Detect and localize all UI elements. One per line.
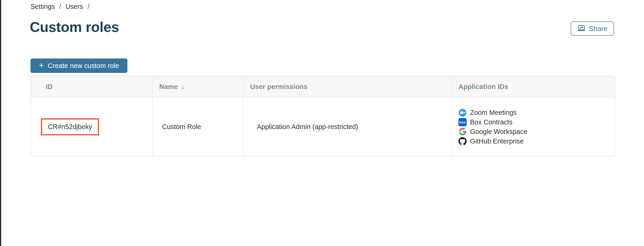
table-header-row: ID Name ↓ User permissions Application I… <box>31 76 615 98</box>
role-name-cell: Custom Role <box>153 98 244 156</box>
breadcrumb: Settings / Users / <box>30 3 90 11</box>
share-button[interactable]: Share <box>571 22 614 36</box>
breadcrumb-settings-link[interactable]: Settings <box>30 3 55 11</box>
window-left-edge-strip <box>0 0 1 246</box>
annotation-highlight-box: CR#n52djbeky <box>41 118 99 135</box>
box-logo-text: box <box>458 118 466 126</box>
plus-icon: + <box>39 61 44 70</box>
application-item-google: Google Workspace <box>458 128 527 136</box>
role-id-cell: CR#n52djbeky <box>31 98 153 156</box>
breadcrumb-users-link[interactable]: Users <box>66 3 83 11</box>
sort-descending-icon: ↓ <box>181 83 184 91</box>
google-logo-icon <box>458 128 466 136</box>
column-header-label: Application IDs <box>458 83 508 91</box>
create-button-label: Create new custom role <box>48 62 119 70</box>
role-applications-cell: Zoom Meetings box Box Contracts <box>452 98 615 156</box>
role-name-value: Custom Role <box>162 123 201 131</box>
application-item-zoom: Zoom Meetings <box>458 108 527 117</box>
application-label: Google Workspace <box>470 128 527 136</box>
page-title: Custom roles <box>30 20 119 34</box>
column-header-label: ID <box>46 83 52 91</box>
breadcrumb-separator: / <box>59 3 61 11</box>
breadcrumb-separator: / <box>88 3 90 11</box>
role-permissions-value: Application Admin (app-restricted) <box>257 123 358 131</box>
column-header-label: User permissions <box>250 83 308 91</box>
share-screen-icon <box>577 25 586 32</box>
application-item-box: box Box Contracts <box>458 118 527 127</box>
column-header-id[interactable]: ID <box>31 76 153 97</box>
create-new-custom-role-button[interactable]: + Create new custom role <box>30 58 128 73</box>
custom-roles-table: ID Name ↓ User permissions Application I… <box>30 76 615 157</box>
role-permissions-cell: Application Admin (app-restricted) <box>244 98 452 156</box>
application-label: GitHub Enterprise <box>470 138 524 145</box>
table-row[interactable]: CR#n52djbeky Custom Role Application Adm… <box>31 98 615 156</box>
application-label: Box Contracts <box>470 118 512 126</box>
column-header-application-ids[interactable]: Application IDs <box>452 76 615 97</box>
application-item-github: GitHub Enterprise <box>458 137 527 146</box>
github-logo-icon <box>458 137 466 145</box>
application-label: Zoom Meetings <box>470 109 516 116</box>
role-id-value: CR#n52djbeky <box>48 123 92 131</box>
share-button-label: Share <box>589 25 608 33</box>
box-logo-icon: box <box>458 118 466 126</box>
column-header-label: Name <box>159 83 178 91</box>
column-header-user-permissions[interactable]: User permissions <box>244 76 452 97</box>
column-header-name[interactable]: Name ↓ <box>153 76 244 97</box>
zoom-logo-icon <box>458 108 466 117</box>
application-list: Zoom Meetings box Box Contracts <box>458 108 527 146</box>
